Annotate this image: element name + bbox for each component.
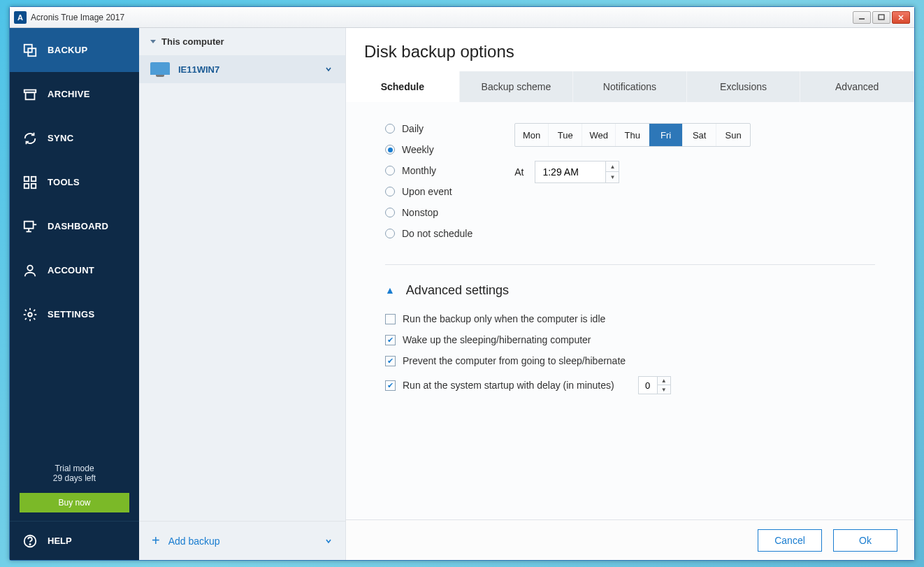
time-down-button[interactable]: ▼	[606, 172, 619, 182]
svg-rect-1	[879, 15, 884, 20]
delay-field[interactable]	[639, 377, 657, 394]
dashboard-icon	[22, 219, 38, 234]
sidebar-item-label: TOOLS	[48, 177, 80, 187]
sidebar-item-sync[interactable]: SYNC	[10, 116, 139, 160]
sidebar-item-label: BACKUP	[48, 45, 87, 55]
advanced-settings-title: Advanced settings	[406, 283, 509, 298]
backup-list-item[interactable]: IE11WIN7	[139, 55, 345, 83]
radio-label: Upon event	[402, 186, 452, 197]
add-backup-label: Add backup	[168, 536, 220, 547]
day-sat[interactable]: Sat	[683, 124, 716, 146]
options-tabs: Schedule Backup scheme Notifications Exc…	[346, 71, 914, 102]
sidebar-item-settings[interactable]: SETTINGS	[10, 292, 139, 336]
titlebar: A Acronis True Image 2017	[10, 7, 914, 28]
sidebar-item-archive[interactable]: ARCHIVE	[10, 72, 139, 116]
radio-no-schedule[interactable]: Do not schedule	[385, 228, 472, 239]
radio-label: Daily	[402, 123, 424, 134]
archive-icon	[22, 87, 38, 102]
advanced-settings-toggle[interactable]: ▲ Advanced settings	[385, 283, 875, 298]
help-icon	[22, 533, 38, 549]
day-mon[interactable]: Mon	[515, 124, 549, 146]
check-wake-up[interactable]: Wake up the sleeping/hibernating compute…	[385, 334, 875, 345]
sidebar-item-label: SETTINGS	[48, 309, 94, 320]
computer-icon	[150, 62, 170, 76]
check-label: Run the backup only when the computer is…	[403, 313, 605, 324]
check-label: Run at the system startup with delay (in…	[403, 380, 614, 391]
time-up-button[interactable]: ▲	[606, 162, 619, 172]
radio-weekly[interactable]: Weekly	[385, 144, 472, 155]
buy-now-button[interactable]: Buy now	[20, 493, 129, 512]
backup-group-header[interactable]: This computer	[139, 28, 345, 55]
day-thu[interactable]: Thu	[616, 124, 649, 146]
day-tue[interactable]: Tue	[549, 124, 582, 146]
app-icon: A	[14, 11, 27, 24]
cancel-button[interactable]: Cancel	[758, 529, 822, 552]
svg-point-17	[28, 313, 32, 317]
app-body: BACKUP ARCHIVE SYNC TOOLS	[10, 28, 914, 560]
sync-icon	[22, 131, 38, 146]
check-label: Prevent the computer from going to sleep…	[403, 355, 626, 366]
trial-mode-text: Trial mode	[10, 464, 139, 473]
plus-icon: +	[152, 533, 160, 549]
radio-label: Do not schedule	[402, 228, 472, 239]
time-field[interactable]	[535, 162, 605, 182]
day-fri[interactable]: Fri	[649, 124, 683, 146]
radio-label: Nonstop	[402, 207, 438, 218]
divider	[385, 264, 875, 265]
tab-notifications[interactable]: Notifications	[573, 71, 687, 102]
sidebar-item-account[interactable]: ACCOUNT	[10, 248, 139, 292]
minimize-button[interactable]	[853, 11, 871, 24]
chevron-up-icon: ▲	[385, 285, 395, 296]
radio-monthly[interactable]: Monthly	[385, 165, 472, 176]
chevron-down-icon[interactable]	[324, 65, 333, 73]
time-spinners: ▲ ▼	[605, 162, 619, 182]
options-title: Disk backup options	[346, 28, 914, 71]
sidebar-item-dashboard[interactable]: DASHBOARD	[10, 204, 139, 248]
at-label: At	[514, 166, 524, 178]
sidebar-item-label: SYNC	[48, 133, 73, 143]
delay-down-button[interactable]: ▼	[658, 385, 670, 394]
delay-spinners: ▲ ▼	[657, 377, 670, 394]
svg-point-19	[29, 543, 30, 544]
svg-point-16	[27, 265, 32, 270]
account-icon	[22, 263, 38, 278]
tab-advanced[interactable]: Advanced	[800, 71, 914, 102]
chevron-down-icon	[150, 40, 156, 43]
sidebar: BACKUP ARCHIVE SYNC TOOLS	[10, 28, 139, 560]
maximize-button[interactable]	[872, 11, 890, 24]
check-run-idle[interactable]: Run the backup only when the computer is…	[385, 313, 875, 324]
radio-upon-event[interactable]: Upon event	[385, 186, 472, 197]
check-startup-delay[interactable]: Run at the system startup with delay (in…	[385, 376, 875, 394]
add-backup-button[interactable]: + Add backup	[139, 521, 345, 560]
backup-group-label: This computer	[161, 36, 224, 47]
help-label: HELP	[48, 536, 72, 546]
radio-daily[interactable]: Daily	[385, 123, 472, 134]
trial-status: Trial mode 29 days left	[10, 457, 139, 490]
radio-label: Monthly	[402, 165, 436, 176]
backup-icon	[22, 43, 38, 58]
tab-backup-scheme[interactable]: Backup scheme	[460, 71, 574, 102]
backup-item-name: IE11WIN7	[178, 64, 219, 75]
tab-exclusions[interactable]: Exclusions	[687, 71, 801, 102]
sidebar-item-help[interactable]: HELP	[10, 521, 139, 560]
day-sun[interactable]: Sun	[716, 124, 750, 146]
svg-rect-7	[26, 92, 35, 99]
svg-rect-11	[31, 183, 36, 187]
delay-up-button[interactable]: ▲	[658, 377, 670, 385]
sidebar-item-tools[interactable]: TOOLS	[10, 160, 139, 204]
weekly-settings: Mon Tue Wed Thu Fri Sat Sun At	[514, 123, 751, 239]
close-button[interactable]	[892, 11, 910, 24]
tab-schedule[interactable]: Schedule	[346, 71, 460, 102]
trial-days-text: 29 days left	[10, 473, 139, 483]
sidebar-item-backup[interactable]: BACKUP	[10, 28, 139, 72]
ok-button[interactable]: Ok	[833, 529, 897, 552]
radio-nonstop[interactable]: Nonstop	[385, 207, 472, 218]
settings-icon	[22, 307, 38, 322]
check-prevent-sleep[interactable]: Prevent the computer from going to sleep…	[385, 355, 875, 366]
chevron-down-icon[interactable]	[324, 537, 333, 545]
svg-rect-10	[24, 183, 29, 187]
day-wed[interactable]: Wed	[582, 124, 616, 146]
dialog-footer: Cancel Ok	[346, 519, 914, 560]
app-window: A Acronis True Image 2017 BACKUP	[9, 6, 915, 561]
time-input: ▲ ▼	[535, 161, 619, 183]
